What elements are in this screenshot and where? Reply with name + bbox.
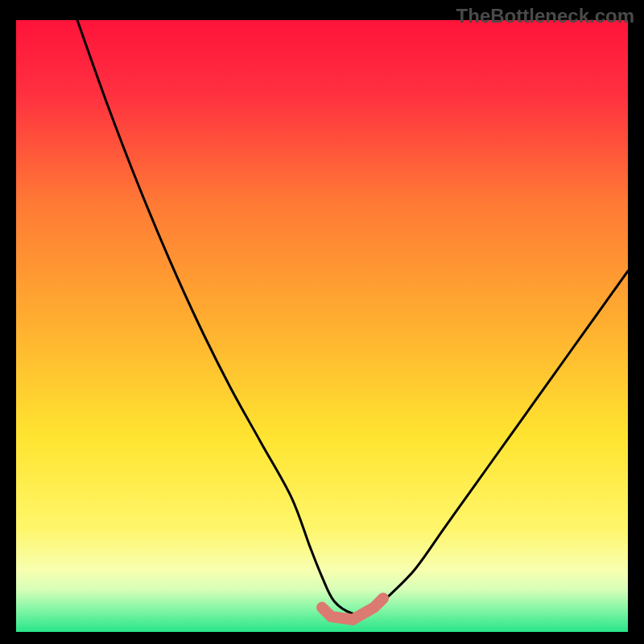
watermark-text: TheBottleneck.com <box>456 5 634 27</box>
bottleneck-chart <box>16 20 628 632</box>
chart-background <box>16 20 628 632</box>
